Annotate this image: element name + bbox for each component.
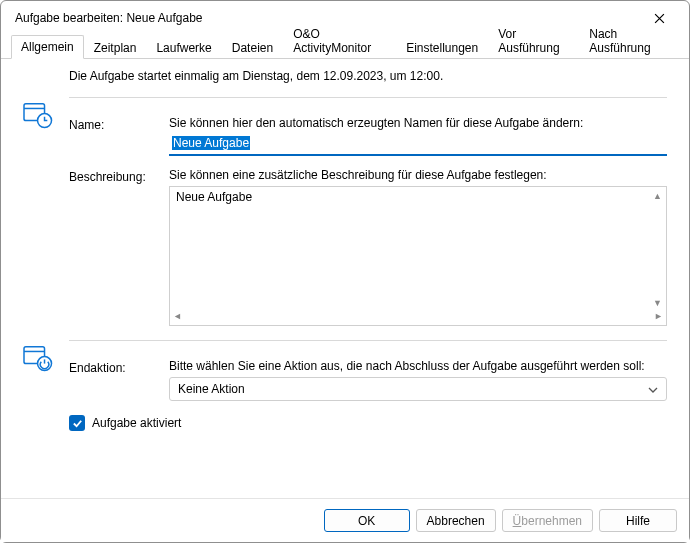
calendar-power-icon [23,344,53,372]
section-icon-end [23,340,69,375]
tab-laufwerke[interactable]: Laufwerke [146,36,221,59]
help-button[interactable]: Hilfe [599,509,677,532]
scroll-left-icon[interactable]: ◄ [173,311,182,324]
endaction-select[interactable]: Keine Aktion [169,377,667,401]
chevron-down-icon [648,382,658,396]
field-name: Name: Sie können hier den automatisch er… [69,116,667,156]
ok-button[interactable]: OK [324,509,410,532]
name-input-value: Neue Aufgabe [172,136,250,150]
description-hint: Sie können eine zusätzliche Beschreibung… [169,168,667,182]
description-textarea[interactable]: Neue Aufgabe ▲ ▼ ◄ ► [169,186,667,326]
task-enabled-checkbox[interactable] [69,415,85,431]
tab-bar: Allgemein Zeitplan Laufwerke Dateien O&O… [1,35,689,59]
cancel-button[interactable]: Abbrechen [416,509,496,532]
tab-allgemein[interactable]: Allgemein [11,35,84,59]
tab-einstellungen[interactable]: Einstellungen [396,36,488,59]
tab-zeitplan[interactable]: Zeitplan [84,36,147,59]
check-icon [72,418,83,429]
section-endaction: Endaktion: Bitte wählen Sie eine Aktion … [23,340,667,405]
divider [69,340,667,341]
scroll-up-icon[interactable]: ▲ [650,188,665,203]
endaction-label: Endaktion: [69,359,169,401]
apply-button[interactable]: Übernehmen [502,509,593,532]
name-input[interactable]: Neue Aufgabe [169,134,667,156]
name-label: Name: [69,116,169,156]
endaction-hint: Bitte wählen Sie eine Aktion aus, die na… [169,359,667,373]
tab-dateien[interactable]: Dateien [222,36,283,59]
dialog-window: Aufgabe bearbeiten: Neue Aufgabe Allgeme… [0,0,690,543]
field-description: Beschreibung: Sie können eine zusätzlich… [69,168,667,326]
task-enabled-label: Aufgabe aktiviert [92,416,181,430]
name-hint: Sie können hier den automatisch erzeugte… [169,116,667,130]
intro-text: Die Aufgabe startet einmalig am Dienstag… [23,69,667,83]
hscroll[interactable]: ◄ ► [171,311,665,324]
scroll-right-icon[interactable]: ► [654,311,663,324]
section-general: Name: Sie können hier den automatisch er… [23,97,667,330]
divider [69,97,667,98]
tab-vor-ausfuehrung[interactable]: Vor Ausführung [488,22,579,59]
dialog-footer: OK Abbrechen Übernehmen Hilfe [1,498,689,542]
calendar-clock-icon [23,101,53,129]
description-label: Beschreibung: [69,168,169,326]
section-icon-schedule [23,97,69,132]
tab-content: Die Aufgabe startet einmalig am Dienstag… [1,59,689,498]
scroll-down-icon[interactable]: ▼ [650,295,665,310]
tab-activitymonitor[interactable]: O&O ActivityMonitor [283,22,396,59]
endaction-value: Keine Aktion [178,382,245,396]
description-value: Neue Aufgabe [170,187,666,311]
tab-nach-ausfuehrung[interactable]: Nach Ausführung [579,22,679,59]
checkbox-row: Aufgabe aktiviert [23,415,667,431]
field-endaction: Endaktion: Bitte wählen Sie eine Aktion … [69,359,667,401]
